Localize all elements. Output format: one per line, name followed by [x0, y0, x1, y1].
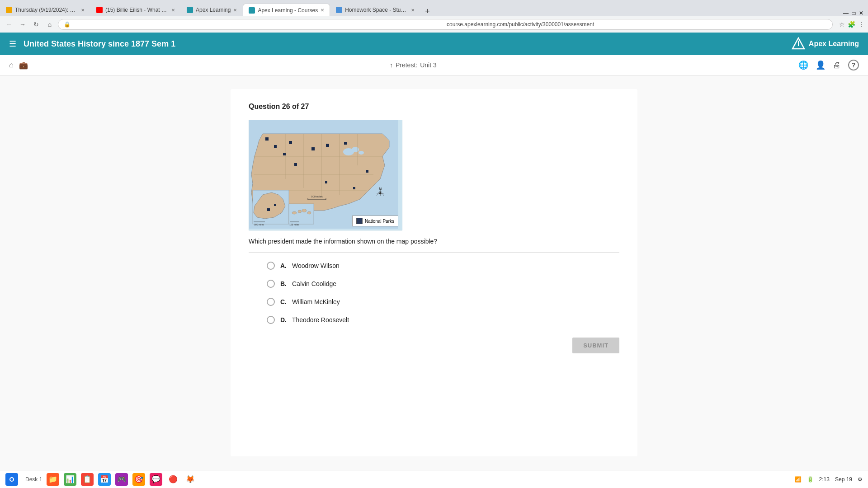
- taskbar-time: 2:13: [819, 476, 830, 483]
- map-legend: National Parks: [352, 216, 398, 226]
- menu-icon[interactable]: ⋮: [858, 21, 864, 28]
- svg-rect-24: [353, 187, 355, 189]
- chat-icon[interactable]: 💬: [150, 473, 162, 486]
- extensions-icon[interactable]: 🧩: [848, 21, 855, 28]
- option-b-radio[interactable]: [267, 280, 275, 288]
- unit-label: Unit 3: [420, 61, 437, 69]
- option-d-text: Theodore Roosevelt: [292, 316, 349, 324]
- firefox-icon[interactable]: 🦊: [184, 473, 197, 486]
- forward-button[interactable]: →: [17, 19, 28, 30]
- tab-bar: Thursday (9/19/2024): Howto... ✕ (15) Bi…: [0, 0, 868, 16]
- svg-point-44: [302, 209, 307, 212]
- svg-point-5: [352, 147, 359, 152]
- print-icon[interactable]: 🖨: [833, 61, 841, 70]
- tab-label-2: (15) Billie Eilish - What Wa...: [105, 7, 169, 13]
- main-content: Question 26 of 27: [0, 75, 868, 470]
- svg-rect-22: [344, 142, 347, 145]
- calendar-icon[interactable]: 📅: [98, 473, 111, 486]
- option-a-text: Woodrow Wilson: [292, 262, 340, 269]
- taskbar: Desk 1 📁 📊 📋 📅 🎮 🎯 💬 🔴 🦊 📶 🔋 2:13 Sep 19…: [0, 470, 868, 488]
- option-d[interactable]: D. Theodore Roosevelt: [267, 316, 619, 324]
- svg-point-6: [359, 151, 364, 155]
- minimize-button[interactable]: —: [843, 10, 849, 16]
- game-icon[interactable]: 🎮: [115, 473, 128, 486]
- home-icon[interactable]: ⌂: [9, 61, 14, 69]
- address-input[interactable]: 🔒 course.apexlearning.com/public/activit…: [58, 19, 833, 30]
- tab-label-1: Thursday (9/19/2024): Howto...: [15, 7, 78, 13]
- bookmark-icon[interactable]: ☆: [839, 21, 845, 28]
- option-b-letter: B.: [280, 280, 287, 287]
- tab-5[interactable]: Homework Space - StudyX ✕: [330, 4, 420, 16]
- question-number: Question 26 of 27: [249, 103, 619, 111]
- briefcase-icon[interactable]: 💼: [19, 61, 28, 70]
- wifi-icon: 📶: [795, 476, 802, 483]
- tab-2[interactable]: (15) Billie Eilish - What Wa... ✕: [90, 4, 181, 16]
- svg-rect-15: [265, 137, 269, 141]
- app-title: United States History since 1877 Sem 1: [24, 39, 792, 49]
- tab-label-3: Apex Learning: [196, 7, 231, 13]
- option-c-radio[interactable]: [267, 298, 275, 306]
- question-text: Which president made the information sho…: [249, 238, 619, 245]
- option-d-letter: D.: [280, 316, 287, 324]
- submit-row: SUBMIT: [249, 338, 619, 353]
- address-icons: ☆ 🧩 ⋮: [839, 21, 864, 28]
- map-container: N 500 miles: [249, 120, 619, 230]
- tab-close-3[interactable]: ✕: [233, 8, 237, 13]
- sheets-icon[interactable]: 📊: [64, 473, 76, 486]
- svg-rect-23: [366, 170, 368, 173]
- pokeball-icon[interactable]: 🔴: [167, 473, 179, 486]
- option-a[interactable]: A. Woodrow Wilson: [267, 262, 619, 270]
- tab-close-1[interactable]: ✕: [81, 8, 85, 13]
- apex-logo: Apex Learning: [792, 37, 859, 51]
- svg-rect-20: [311, 147, 315, 150]
- tab-close-4[interactable]: ✕: [321, 8, 324, 13]
- tab-favicon-3: [187, 7, 193, 13]
- legend-text: National Parks: [365, 219, 394, 224]
- submit-button[interactable]: SUBMIT: [572, 338, 619, 353]
- svg-rect-19: [294, 163, 297, 166]
- sub-header-center: ↑ Pretest: Unit 3: [28, 61, 798, 69]
- tab-3[interactable]: Apex Learning ✕: [181, 4, 243, 16]
- usa-map-svg: N 500 miles: [249, 120, 398, 229]
- pretest-label: Pretest:: [396, 61, 417, 69]
- browser-chrome: Thursday (9/19/2024): Howto... ✕ (15) Bi…: [0, 0, 868, 33]
- svg-text:125 miles: 125 miles: [289, 223, 299, 226]
- taskbar-left: Desk 1 📁 📊 📋 📅 🎮 🎯 💬 🔴 🦊: [5, 473, 795, 486]
- tab-close-2[interactable]: ✕: [171, 8, 175, 13]
- slides-icon[interactable]: 📋: [81, 473, 94, 486]
- tab-favicon-5: [336, 7, 342, 13]
- maximize-button[interactable]: ▭: [851, 10, 856, 16]
- tab-label-5: Homework Space - StudyX: [345, 7, 408, 13]
- option-c-text: William McKinley: [292, 298, 340, 305]
- translate-icon[interactable]: 🌐: [798, 60, 808, 70]
- tab-1[interactable]: Thursday (9/19/2024): Howto... ✕: [0, 4, 90, 16]
- new-tab-button[interactable]: +: [420, 7, 434, 16]
- home-nav-button[interactable]: ⌂: [44, 19, 55, 30]
- reload-button[interactable]: ↻: [31, 19, 42, 30]
- chrome-icon[interactable]: [5, 473, 18, 486]
- files-icon[interactable]: 📁: [47, 473, 59, 486]
- option-a-letter: A.: [280, 262, 287, 269]
- tab-favicon-1: [6, 7, 12, 13]
- tab-4[interactable]: Apex Learning - Courses ✕: [243, 4, 330, 16]
- music-icon[interactable]: 🎯: [132, 473, 145, 486]
- desk-label: Desk 1: [25, 476, 42, 483]
- user-icon[interactable]: 👤: [816, 60, 826, 70]
- option-c-letter: C.: [280, 298, 287, 305]
- tab-label-4: Apex Learning - Courses: [258, 7, 318, 14]
- svg-rect-18: [283, 153, 286, 155]
- help-icon[interactable]: ?: [848, 60, 859, 70]
- settings-icon[interactable]: ⚙: [858, 476, 863, 483]
- back-button[interactable]: ←: [4, 19, 14, 30]
- close-window-button[interactable]: ✕: [859, 10, 863, 16]
- taskbar-right: 📶 🔋 2:13 Sep 19 ⚙: [795, 476, 863, 483]
- tab-close-5[interactable]: ✕: [411, 8, 415, 13]
- svg-point-43: [298, 210, 302, 213]
- option-a-radio[interactable]: [267, 262, 275, 270]
- tab-favicon-4: [249, 7, 255, 14]
- option-b[interactable]: B. Calvin Coolidge: [267, 280, 619, 288]
- hamburger-icon[interactable]: ☰: [9, 39, 16, 49]
- option-d-radio[interactable]: [267, 316, 275, 324]
- svg-point-45: [307, 211, 311, 214]
- option-c[interactable]: C. William McKinley: [267, 298, 619, 306]
